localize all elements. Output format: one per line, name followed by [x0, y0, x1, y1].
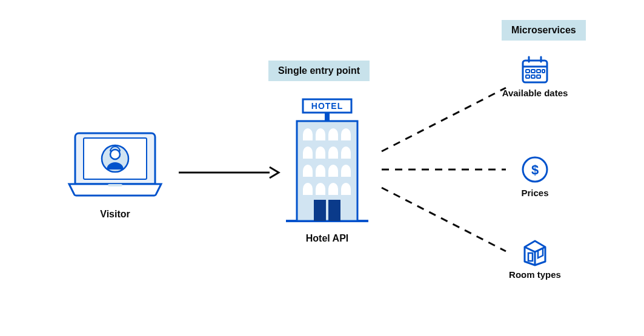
room-types-label: Room types: [499, 269, 571, 280]
svg-rect-24: [537, 75, 540, 78]
available-dates-label: Available dates: [499, 88, 571, 98]
svg-rect-20: [537, 70, 540, 73]
svg-rect-19: [531, 70, 535, 73]
svg-rect-27: [528, 253, 533, 261]
svg-rect-22: [526, 75, 529, 78]
svg-rect-23: [531, 75, 535, 78]
svg-line-13: [382, 188, 506, 251]
svg-text:$: $: [531, 162, 539, 177]
svg-line-11: [382, 88, 506, 151]
room-icon: [520, 236, 550, 269]
api-gateway-diagram: Single entry point Microservices Visitor: [0, 0, 644, 336]
calendar-icon: [520, 54, 550, 87]
prices-label: Prices: [499, 188, 571, 198]
svg-rect-21: [542, 70, 545, 73]
dollar-icon: $: [520, 154, 550, 187]
svg-rect-18: [526, 70, 529, 73]
